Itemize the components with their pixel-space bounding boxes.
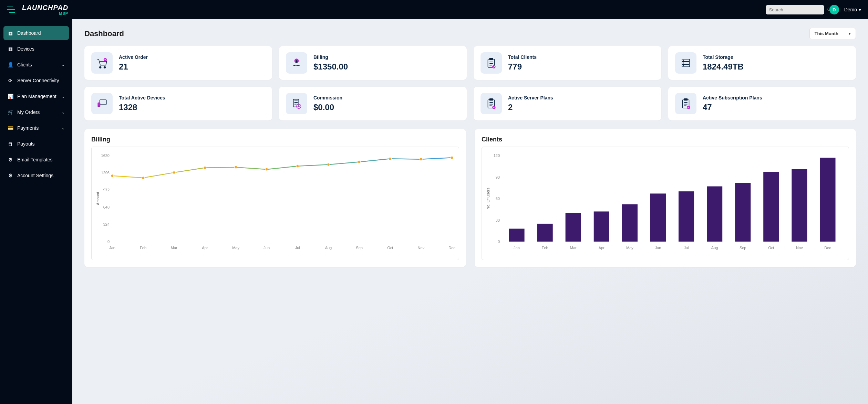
svg-point-40 <box>296 165 299 168</box>
chevron-down-icon: ▾ <box>849 31 851 36</box>
svg-text:May: May <box>626 246 633 250</box>
stat-card-active-order: Active Order 21 <box>84 46 272 80</box>
clipboard-icon <box>675 93 696 114</box>
stat-card-commission: Commission $0.00 <box>279 87 467 120</box>
sidebar-item-label: Payouts <box>17 141 35 147</box>
sidebar-item-label: Payments <box>17 125 39 131</box>
stat-label: Active Server Plans <box>508 95 553 100</box>
svg-point-34 <box>111 174 114 177</box>
svg-rect-25 <box>684 99 688 100</box>
sidebar-item-clients[interactable]: 👤 Clients ⌄ <box>3 58 69 72</box>
svg-rect-68 <box>622 204 638 242</box>
avatar[interactable]: D <box>829 5 839 14</box>
svg-text:May: May <box>232 246 239 250</box>
sidebar: ▦ Dashboard ▦ Devices 👤 Clients ⌄⟳ Serve… <box>0 19 72 404</box>
sidebar-item-label: Dashboard <box>17 30 41 36</box>
sidebar-item-account-settings[interactable]: ⚙ Account Settings <box>3 169 69 182</box>
svg-rect-70 <box>679 191 694 242</box>
stats-grid: Active Order 21 $ Billing $1350.00 Total… <box>84 46 856 120</box>
svg-rect-19 <box>293 99 299 107</box>
period-selector[interactable]: This Month ▾ <box>809 28 856 39</box>
sidebar-icon: 💳 <box>8 125 13 131</box>
svg-text:Nov: Nov <box>418 246 425 250</box>
svg-text:648: 648 <box>103 205 110 209</box>
svg-point-37 <box>204 166 206 169</box>
chevron-down-icon: ⌄ <box>62 110 65 115</box>
svg-rect-73 <box>763 172 779 242</box>
svg-text:120: 120 <box>494 153 500 158</box>
search-box[interactable] <box>766 5 824 14</box>
stat-label: Total Active Devices <box>119 95 165 100</box>
chevron-down-icon: ⌄ <box>62 94 65 99</box>
svg-text:324: 324 <box>103 222 110 226</box>
search-input[interactable] <box>769 7 827 12</box>
sidebar-item-label: Server Connectivity <box>17 78 59 83</box>
svg-point-41 <box>327 163 330 166</box>
sidebar-item-label: Plan Management <box>17 94 56 99</box>
svg-text:972: 972 <box>103 188 110 192</box>
svg-point-44 <box>420 158 422 161</box>
logo-main: LAUNCHPAD <box>22 4 68 11</box>
period-label: This Month <box>815 31 838 36</box>
sidebar-item-server-connectivity[interactable]: ⟳ Server Connectivity <box>3 74 69 87</box>
user-menu[interactable]: Demo ▾ <box>844 7 861 12</box>
sidebar-icon: ⚙ <box>8 157 13 162</box>
svg-text:Oct: Oct <box>768 246 774 250</box>
svg-text:30: 30 <box>496 218 500 222</box>
svg-text:0: 0 <box>107 240 110 244</box>
clients-chart: 0306090120No. Of UsersJanFebMarAprMayJun… <box>482 147 849 260</box>
svg-text:Jan: Jan <box>514 246 520 250</box>
clients-chart-card: Clients 0306090120No. Of UsersJanFebMarA… <box>475 129 856 267</box>
page-header: Dashboard This Month ▾ <box>84 28 856 39</box>
sidebar-icon: ⟳ <box>8 78 13 83</box>
svg-text:Mar: Mar <box>171 246 177 250</box>
svg-text:Aug: Aug <box>711 246 718 250</box>
svg-rect-72 <box>735 183 751 242</box>
stat-label: Billing <box>313 54 348 60</box>
stat-label: Active Subscription Plans <box>703 95 762 100</box>
svg-text:90: 90 <box>496 175 500 179</box>
svg-text:Jul: Jul <box>295 246 300 250</box>
svg-point-38 <box>235 166 237 169</box>
svg-text:1620: 1620 <box>101 153 110 158</box>
stat-value: 2 <box>508 103 553 112</box>
user-name-label: Demo <box>844 7 857 12</box>
sidebar-item-devices[interactable]: ▦ Devices <box>3 42 69 56</box>
svg-rect-67 <box>594 212 609 242</box>
svg-rect-65 <box>537 224 553 242</box>
stat-card-active-server-plans: Active Server Plans 2 <box>474 87 661 120</box>
app-header: LAUNCHPAD MSP D Demo ▾ <box>0 0 868 19</box>
sidebar-item-dashboard[interactable]: ▦ Dashboard <box>3 26 69 40</box>
clipboard-icon <box>480 52 502 74</box>
stat-value: 47 <box>703 103 762 112</box>
stat-label: Active Order <box>119 54 148 60</box>
billing-chart: 032464897212961620AmountJanFebMarAprMayJ… <box>91 147 459 260</box>
stat-card-billing: $ Billing $1350.00 <box>279 46 467 80</box>
stat-label: Total Clients <box>508 54 537 60</box>
svg-rect-69 <box>650 193 666 242</box>
stat-card-total-clients: Total Clients 779 <box>474 46 661 80</box>
sidebar-item-label: Email Templates <box>17 157 52 162</box>
svg-point-39 <box>265 168 268 171</box>
stat-value: 779 <box>508 62 537 72</box>
svg-point-35 <box>142 177 145 179</box>
svg-text:Mar: Mar <box>570 246 577 250</box>
sidebar-item-payouts[interactable]: 🗑 Payouts <box>3 137 69 151</box>
sidebar-item-my-orders[interactable]: 🛒 My Orders ⌄ <box>3 105 69 119</box>
svg-text:Sep: Sep <box>356 246 363 250</box>
svg-text:60: 60 <box>496 196 500 201</box>
clipboard-icon <box>480 93 502 114</box>
sidebar-item-plan-management[interactable]: 📊 Plan Management ⌄ <box>3 89 69 103</box>
devices-icon <box>91 93 113 114</box>
sidebar-icon: 👤 <box>8 62 13 67</box>
stat-value: 21 <box>119 62 148 72</box>
menu-toggle-button[interactable] <box>7 7 15 13</box>
svg-rect-66 <box>566 213 581 242</box>
sidebar-item-label: My Orders <box>17 109 40 115</box>
stat-label: Commission <box>313 95 342 100</box>
sidebar-item-payments[interactable]: 💳 Payments ⌄ <box>3 121 69 135</box>
svg-text:Jul: Jul <box>684 246 689 250</box>
svg-point-3 <box>104 66 106 68</box>
billing-chart-title: Billing <box>91 136 459 143</box>
sidebar-item-email-templates[interactable]: ⚙ Email Templates <box>3 153 69 167</box>
